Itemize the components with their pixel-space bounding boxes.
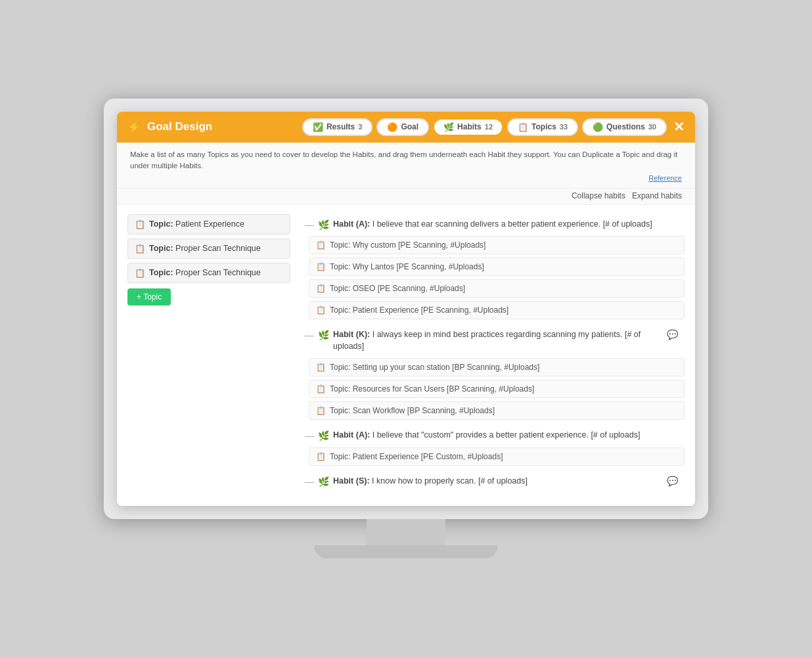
habit-topics-a2: 📋 Topic: Patient Experience [PE Custom, … xyxy=(309,447,685,466)
expand-habits-button[interactable]: Expand habits xyxy=(632,191,682,200)
collapse-dash-a2[interactable]: — xyxy=(305,430,314,441)
tabs-container: ✅ Results 3 🟠 Goal 🌿 Habits 12 xyxy=(302,118,667,136)
topic-icon-k-2: 📋 xyxy=(316,384,326,394)
habit-icon-s: 🌿 xyxy=(318,476,329,487)
tab-habits[interactable]: 🌿 Habits 12 xyxy=(433,118,503,136)
habit-topic-a1-3[interactable]: 📋 Topic: OSEO [PE Scanning, #Uploads] xyxy=(309,279,685,298)
habit-topics-a1: 📋 Topic: Why custom [PE Scanning, #Uploa… xyxy=(309,236,685,319)
tab-questions[interactable]: 🟢 Questions 30 xyxy=(582,118,667,136)
tab-results[interactable]: ✅ Results 3 xyxy=(302,118,372,136)
habit-topic-a1-4[interactable]: 📋 Topic: Patient Experience [PE Scanning… xyxy=(309,301,685,319)
habit-header-a1: — 🌿 Habit (A): I believe that ear scanni… xyxy=(298,214,685,235)
habit-topic-a1-2[interactable]: 📋 Topic: Why Lantos [PE Scanning, #Uploa… xyxy=(309,258,685,276)
habit-topic-k-1[interactable]: 📋 Topic: Setting up your scan station [B… xyxy=(309,358,685,376)
habit-topic-a1-1[interactable]: 📋 Topic: Why custom [PE Scanning, #Uploa… xyxy=(309,236,685,254)
habits-icon: 🌿 xyxy=(443,122,454,132)
topics-icon: 📋 xyxy=(518,122,528,132)
habit-topic-k-3[interactable]: 📋 Topic: Scan Workflow [BP Scanning, #Up… xyxy=(309,401,685,420)
habit-group-s: — 🌿 Habit (S): I know how to properly sc… xyxy=(298,471,685,492)
left-topic-1-label: Topic: Patient Experience xyxy=(149,219,244,229)
tab-habits-label: Habits xyxy=(457,122,482,131)
habit-group-k: — 🌿 Habit (K): I always keep in mind bes… xyxy=(298,325,685,420)
monitor-stand-base xyxy=(314,545,498,558)
comment-icon-k: 💬 xyxy=(667,329,678,340)
tab-questions-badge: 30 xyxy=(648,123,656,131)
right-panel: — 🌿 Habit (A): I believe that ear scanni… xyxy=(298,214,685,497)
habit-text-s: Habit (S): I know how to properly scan. … xyxy=(333,476,663,487)
results-icon: ✅ xyxy=(313,122,323,132)
collapse-dash-s[interactable]: — xyxy=(305,476,314,487)
tab-topics-badge: 33 xyxy=(560,123,568,131)
habit-group-a1: — 🌿 Habit (A): I believe that ear scanni… xyxy=(298,214,685,320)
reference-link[interactable]: Reference xyxy=(130,173,682,184)
close-button[interactable]: ✕ xyxy=(673,120,685,133)
tab-habits-badge: 12 xyxy=(485,123,493,131)
monitor-stand-neck xyxy=(367,519,445,545)
left-topic-1[interactable]: 📋 Topic: Patient Experience xyxy=(127,214,290,235)
modal-header: ⚡ Goal Design ✅ Results 3 🟠 Goal xyxy=(117,112,695,143)
topic-icon-k-3: 📋 xyxy=(316,406,326,415)
modal-title: Goal Design xyxy=(147,120,296,133)
habit-text-a1: Habit (A): I believe that ear scanning d… xyxy=(333,219,678,231)
modal: ⚡ Goal Design ✅ Results 3 🟠 Goal xyxy=(117,112,695,507)
monitor-wrapper: ⚡ Goal Design ✅ Results 3 🟠 Goal xyxy=(104,99,708,559)
habit-text-k: Habit (K): I always keep in mind best pr… xyxy=(333,329,663,352)
habit-topic-a2-1[interactable]: 📋 Topic: Patient Experience [PE Custom, … xyxy=(309,447,685,466)
questions-icon: 🟢 xyxy=(593,122,603,132)
habit-group-a2: — 🌿 Habit (A): I believe that "custom" p… xyxy=(298,425,685,466)
modal-body: 📋 Topic: Patient Experience 📋 Topic: Pro… xyxy=(117,205,695,507)
left-topic-3[interactable]: 📋 Topic: Proper Scan Technique xyxy=(127,263,290,283)
topic-icon-a1-1: 📋 xyxy=(316,240,326,250)
topic-icon-1: 📋 xyxy=(135,219,145,229)
habit-icon-k: 🌿 xyxy=(318,330,329,340)
add-topic-button[interactable]: + Topic xyxy=(127,288,171,306)
topic-icon-a1-4: 📋 xyxy=(316,306,326,315)
habit-header-s: — 🌿 Habit (S): I know how to properly sc… xyxy=(298,471,685,492)
topic-icon-a2-1: 📋 xyxy=(316,452,326,461)
tab-results-badge: 3 xyxy=(358,123,362,131)
collapse-dash-k[interactable]: — xyxy=(305,330,314,340)
topic-icon-2: 📋 xyxy=(135,244,145,254)
tab-topics[interactable]: 📋 Topics 33 xyxy=(507,118,578,136)
habit-icon-a2: 🌿 xyxy=(318,430,329,441)
habit-icon-a1: 🌿 xyxy=(318,219,329,230)
left-topic-3-label: Topic: Proper Scan Technique xyxy=(149,268,261,277)
topic-icon-a1-2: 📋 xyxy=(316,262,326,271)
instruction-text: Make a list of as many Topics as you nee… xyxy=(130,150,677,170)
habit-header-k: — 🌿 Habit (K): I always keep in mind bes… xyxy=(298,325,685,357)
collapse-habits-button[interactable]: Collapse habits xyxy=(572,191,625,200)
habit-text-a2: Habit (A): I believe that "custom" provi… xyxy=(333,430,678,442)
topic-icon-3: 📋 xyxy=(135,268,145,278)
habit-topics-k: 📋 Topic: Setting up your scan station [B… xyxy=(309,358,685,420)
collapse-dash-a1[interactable]: — xyxy=(305,219,314,230)
left-panel: 📋 Topic: Patient Experience 📋 Topic: Pro… xyxy=(127,214,298,497)
habit-topic-k-2[interactable]: 📋 Topic: Resources for Scan Users [BP Sc… xyxy=(309,380,685,398)
instruction-bar: Make a list of as many Topics as you nee… xyxy=(117,143,695,189)
tab-questions-label: Questions xyxy=(606,122,645,131)
tab-results-label: Results xyxy=(327,122,355,131)
left-topic-2-label: Topic: Proper Scan Technique xyxy=(149,244,261,253)
screen: ⚡ Goal Design ✅ Results 3 🟠 Goal xyxy=(104,99,708,520)
tab-goal-label: Goal xyxy=(401,122,418,131)
comment-icon-s: 💬 xyxy=(667,476,678,486)
tab-goal[interactable]: 🟠 Goal xyxy=(376,118,429,136)
tab-topics-label: Topics xyxy=(531,122,556,131)
topic-icon-a1-3: 📋 xyxy=(316,284,326,293)
topic-icon-k-1: 📋 xyxy=(316,363,326,372)
goal-icon: 🟠 xyxy=(387,122,397,132)
bolt-icon: ⚡ xyxy=(127,121,141,133)
habit-header-a2: — 🌿 Habit (A): I believe that "custom" p… xyxy=(298,425,685,446)
collapse-expand-row: Collapse habits Expand habits xyxy=(117,189,695,205)
left-topic-2[interactable]: 📋 Topic: Proper Scan Technique xyxy=(127,238,290,259)
